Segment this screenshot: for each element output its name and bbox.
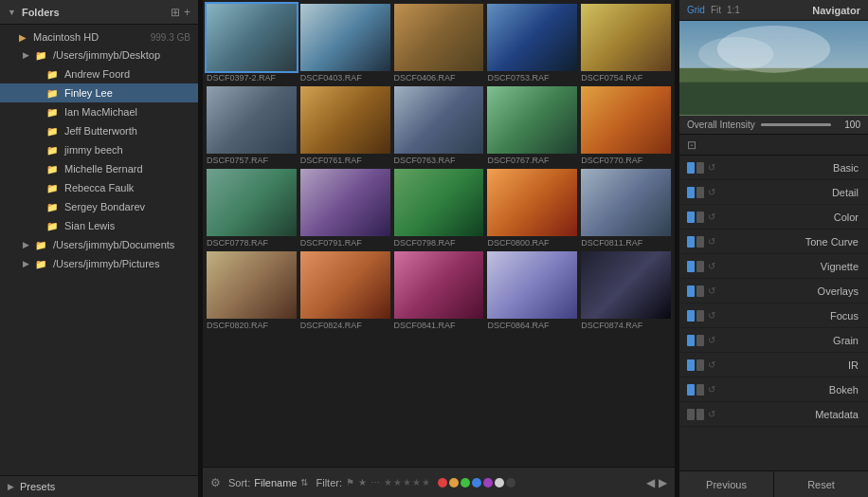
adj-refresh-bokeh[interactable]: ↺ (708, 384, 715, 395)
photo-thumb-6[interactable]: DSCF0757.RAF (207, 86, 297, 165)
presets-section[interactable]: ▶ Presets (0, 475, 198, 497)
adj-toggle-color[interactable] (687, 212, 704, 223)
adj-item-overlays[interactable]: ↺Overlays (679, 279, 868, 304)
adj-toggle-overlays[interactable] (687, 285, 704, 297)
photo-thumb-8[interactable]: DSCF0763.RAF (394, 86, 484, 165)
color-dot-6[interactable] (506, 478, 515, 488)
adj-refresh-grain[interactable]: ↺ (708, 335, 715, 345)
photo-thumb-2[interactable]: DSCF0403.RAF (300, 4, 390, 83)
adj-item-detail[interactable]: ↺Detail (679, 180, 868, 205)
adj-toggle-bokeh[interactable] (687, 384, 704, 396)
crop-icon[interactable]: ⊡ (687, 138, 696, 152)
star-1[interactable]: ★ (384, 477, 392, 488)
folders-grid-icon[interactable]: ⊞ (171, 7, 180, 18)
folder-item-rebecca[interactable]: 📁Rebecca Faulk (0, 178, 198, 197)
adj-refresh-focus[interactable]: ↺ (708, 310, 715, 321)
folder-item-pictures[interactable]: ▶📁/Users/jimmyb/Pictures (0, 254, 198, 273)
adj-item-basic[interactable]: ↺Basic (679, 156, 868, 180)
folder-item-andrew[interactable]: 📁Andrew Foord (0, 64, 198, 83)
photo-thumb-16[interactable]: DSCF0820.RAF (207, 251, 297, 330)
adj-toggle-basic[interactable] (687, 162, 704, 174)
photo-thumb-7[interactable]: DSCF0761.RAF (300, 86, 390, 165)
photo-thumb-17[interactable]: DSCF0824.RAF (300, 251, 390, 330)
folder-item-jeff[interactable]: 📁Jeff Butterworth (0, 121, 198, 140)
photo-thumb-4[interactable]: DSCF0753.RAF (487, 4, 577, 83)
color-dot-2[interactable] (461, 478, 470, 488)
sort-value[interactable]: Filename (254, 477, 297, 488)
adj-toggle-metadata[interactable] (687, 409, 704, 420)
photo-thumb-10[interactable]: DSCF0770.RAF (581, 86, 671, 165)
grid-next-icon[interactable]: ▶ (659, 476, 667, 489)
folder-item-desktop[interactable]: ▶📁/Users/jimmyb/Desktop (0, 46, 198, 64)
filter-star-icon[interactable]: ★ (358, 477, 367, 488)
photo-thumb-13[interactable]: DSCF0798.RAF (394, 169, 484, 248)
adj-item-tone-curve[interactable]: ↺Tone Curve (679, 230, 868, 254)
filter-more-icon[interactable]: ⋯ (371, 477, 380, 488)
nav-mode-1-1[interactable]: 1:1 (727, 5, 740, 15)
photo-thumb-5[interactable]: DSCF0754.RAF (581, 4, 671, 83)
nav-mode-fit[interactable]: Fit (711, 5, 721, 15)
sort-label: Sort: (228, 477, 250, 488)
color-dot-3[interactable] (472, 478, 481, 488)
adj-toggle-vignette[interactable] (687, 261, 704, 272)
adj-refresh-overlays[interactable]: ↺ (708, 285, 715, 296)
adj-refresh-metadata[interactable]: ↺ (708, 409, 715, 419)
photo-thumb-18[interactable]: DSCF0841.RAF (394, 251, 484, 330)
photo-thumb-14[interactable]: DSCF0800.RAF (487, 169, 577, 248)
folder-item-jimmy[interactable]: 📁jimmy beech (0, 140, 198, 159)
adj-item-grain[interactable]: ↺Grain (679, 328, 868, 353)
sort-direction-icon[interactable]: ⇅ (300, 477, 308, 488)
intensity-slider[interactable] (761, 123, 831, 126)
adj-item-ir[interactable]: ↺IR (679, 353, 868, 377)
navigator-preview[interactable] (679, 21, 868, 116)
photo-thumb-12[interactable]: DSCF0791.RAF (300, 169, 390, 248)
adj-toggle-focus[interactable] (687, 310, 704, 322)
adj-item-color[interactable]: ↺Color (679, 205, 868, 230)
adj-refresh-detail[interactable]: ↺ (708, 187, 715, 197)
filter-flag-icon[interactable]: ⚑ (346, 477, 354, 488)
adj-toggle-tone-curve[interactable] (687, 236, 704, 248)
photo-thumb-3[interactable]: DSCF0406.RAF (394, 4, 484, 83)
photo-thumb-15[interactable]: DSCF0811.RAF (581, 169, 671, 248)
nav-mode-grid[interactable]: Grid (687, 5, 705, 15)
folders-add-icon[interactable]: + (184, 7, 190, 18)
folder-item-sergey[interactable]: 📁Sergey Bondarev (0, 197, 198, 216)
adj-refresh-color[interactable]: ↺ (708, 212, 715, 222)
adj-item-focus[interactable]: ↺Focus (679, 304, 868, 328)
folder-item-documents[interactable]: ▶📁/Users/jimmyb/Documents (0, 235, 198, 254)
adj-item-vignette[interactable]: ↺Vignette (679, 254, 868, 279)
adj-refresh-ir[interactable]: ↺ (708, 359, 715, 370)
reset-button[interactable]: Reset (774, 471, 868, 497)
adj-toggle-ir[interactable] (687, 359, 704, 371)
photo-thumb-11[interactable]: DSCF0778.RAF (207, 169, 297, 248)
photo-thumb-1[interactable]: DSCF0397-2.RAF (207, 4, 297, 83)
folder-item-sian[interactable]: 📁Sian Lewis (0, 216, 198, 235)
adj-refresh-basic[interactable]: ↺ (708, 162, 715, 173)
adj-item-metadata[interactable]: ↺Metadata (679, 402, 868, 427)
grid-prev-icon[interactable]: ◀ (646, 476, 655, 489)
drive-item-macintosh[interactable]: ▶ Macintosh HD 999.3 GB (0, 28, 198, 46)
star-3[interactable]: ★ (403, 477, 411, 488)
color-dot-0[interactable] (438, 478, 447, 488)
folder-icon-jimmy: 📁 (46, 145, 58, 156)
star-4[interactable]: ★ (412, 477, 421, 488)
color-dot-1[interactable] (449, 478, 459, 488)
adj-refresh-vignette[interactable]: ↺ (708, 261, 715, 271)
settings-icon[interactable]: ⚙ (210, 477, 221, 488)
adj-toggle-detail[interactable] (687, 187, 704, 198)
adj-item-bokeh[interactable]: ↺Bokeh (679, 377, 868, 402)
adj-refresh-tone-curve[interactable]: ↺ (708, 236, 715, 247)
previous-button[interactable]: Previous (679, 471, 774, 497)
star-5[interactable]: ★ (422, 477, 430, 488)
color-dot-4[interactable] (483, 478, 493, 488)
photo-thumb-9[interactable]: DSCF0767.RAF (487, 86, 577, 165)
star-2[interactable]: ★ (393, 477, 402, 488)
folder-item-finley[interactable]: 📁Finley Lee (0, 83, 198, 102)
folder-item-ian[interactable]: 📁Ian MacMichael (0, 102, 198, 121)
folder-item-michelle[interactable]: 📁Michelle Bernard (0, 159, 198, 178)
folders-collapse-arrow[interactable]: ▼ (8, 8, 16, 17)
adj-toggle-grain[interactable] (687, 335, 704, 346)
color-dot-5[interactable] (495, 478, 504, 488)
photo-thumb-19[interactable]: DSCF0864.RAF (487, 251, 577, 330)
photo-thumb-20[interactable]: DSCF0874.RAF (581, 251, 671, 330)
